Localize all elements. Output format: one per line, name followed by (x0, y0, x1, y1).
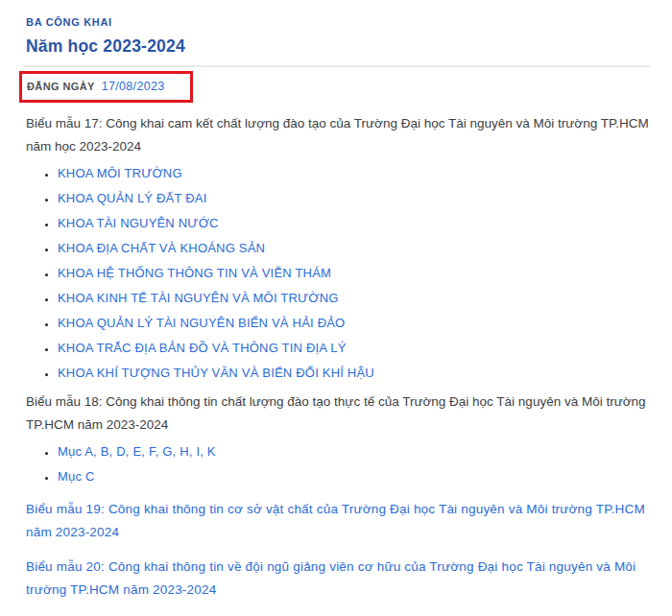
faculty-link[interactable]: KHOA MÔI TRƯỜNG (58, 166, 182, 180)
content-page: BA CÔNG KHAI Năm học 2023-2024 ĐĂNG NGÀY… (0, 0, 672, 616)
report-link[interactable]: Biểu mẫu 19: Công khai thông tin cơ sở v… (26, 502, 645, 539)
form18-section-list: Mục A, B, D, E, F, G, H, I, KMục C (26, 444, 653, 485)
faculty-item: KHOA QUẢN LÝ ĐẤT ĐAI (58, 191, 653, 206)
faculty-item: KHOA TÀI NGUYÊN NƯỚC (58, 216, 653, 231)
category-link[interactable]: BA CÔNG KHAI (26, 16, 112, 28)
form18-section-link[interactable]: Mục C (58, 469, 95, 484)
report-link[interactable]: Biểu mẫu 20: Công khai thông tin về đội … (26, 559, 636, 597)
form17-faculty-list: KHOA MÔI TRƯỜNGKHOA QUẢN LÝ ĐẤT ĐAIKHOA … (26, 166, 653, 381)
faculty-link[interactable]: KHOA KHÍ TƯỢNG THỦY VĂN VÀ BIẾN ĐỔI KHÍ … (58, 366, 374, 380)
faculty-item: KHOA QUẢN LÝ TÀI NGUYÊN BIỂN VÀ HẢI ĐẢO (58, 316, 653, 331)
faculty-link[interactable]: KHOA TÀI NGUYÊN NƯỚC (58, 216, 219, 230)
faculty-item: KHOA MÔI TRƯỜNG (58, 166, 653, 181)
faculty-link[interactable]: KHOA HỆ THỐNG THÔNG TIN VÀ VIỄN THÁM (58, 266, 331, 280)
divider (24, 65, 650, 67)
posted-date-highlight-box: ĐĂNG NGÀY 17/08/2023 (19, 71, 193, 103)
faculty-link[interactable]: KHOA TRẮC ĐỊA BẢN ĐỒ VÀ THÔNG TIN ĐỊA LÝ (58, 341, 347, 355)
faculty-link[interactable]: KHOA QUẢN LÝ TÀI NGUYÊN BIỂN VÀ HẢI ĐẢO (58, 316, 345, 330)
posted-date-label: ĐĂNG NGÀY (27, 81, 95, 92)
form18-section-item: Mục C (58, 469, 653, 485)
report-item: Biểu mẫu 20: Công khai thông tin về đội … (26, 556, 653, 602)
report-link-paragraphs: Biểu mẫu 19: Công khai thông tin cơ sở v… (26, 498, 653, 616)
faculty-item: KHOA KHÍ TƯỢNG THỦY VĂN VÀ BIẾN ĐỔI KHÍ … (58, 366, 653, 381)
faculty-item: KHOA TRẮC ĐỊA BẢN ĐỒ VÀ THÔNG TIN ĐỊA LÝ (58, 341, 653, 356)
form18-intro: Biểu mẫu 18: Công khai thông tin chất lư… (26, 391, 653, 437)
form18-section-item: Mục A, B, D, E, F, G, H, I, K (58, 444, 653, 460)
form18-section-link[interactable]: Mục A, B, D, E, F, G, H, I, K (58, 444, 216, 459)
page-title: Năm học 2023-2024 (26, 36, 653, 57)
form17-intro: Biểu mẫu 17: Công khai cam kết chất lượn… (26, 112, 653, 158)
faculty-item: KHOA ĐỊA CHẤT VÀ KHOÁNG SẢN (58, 241, 653, 256)
faculty-item: KHOA KINH TẾ TÀI NGUYÊN VÀ MÔI TRƯỜNG (58, 291, 653, 306)
report-item: Biểu mẫu 19: Công khai thông tin cơ sở v… (26, 498, 653, 544)
posted-date-value: 17/08/2023 (102, 80, 165, 93)
faculty-link[interactable]: KHOA ĐỊA CHẤT VÀ KHOÁNG SẢN (58, 241, 265, 255)
faculty-link[interactable]: KHOA KINH TẾ TÀI NGUYÊN VÀ MÔI TRƯỜNG (58, 291, 339, 305)
faculty-link[interactable]: KHOA QUẢN LÝ ĐẤT ĐAI (58, 191, 206, 205)
faculty-item: KHOA HỆ THỐNG THÔNG TIN VÀ VIỄN THÁM (58, 266, 653, 281)
